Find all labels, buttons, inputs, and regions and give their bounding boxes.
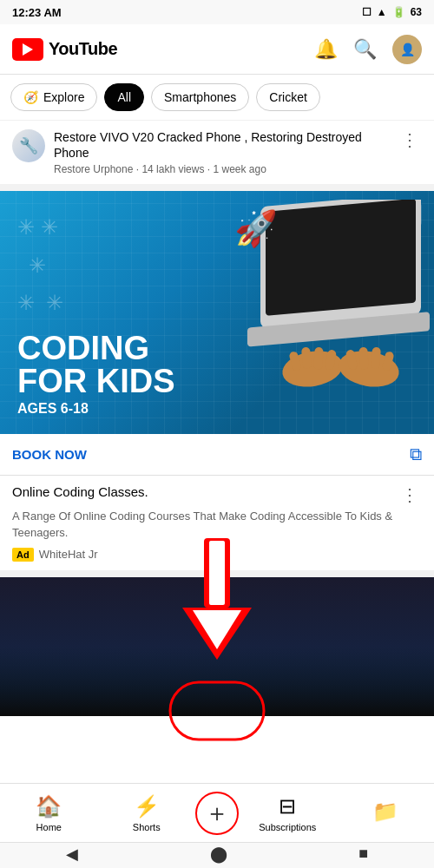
sim-icon: ☐ xyxy=(362,6,372,18)
explore-label: Explore xyxy=(43,90,84,104)
android-nav-bar: ◀ ⬤ ■ xyxy=(0,842,434,868)
svg-rect-1 xyxy=(266,200,416,316)
filter-chip-smartphones[interactable]: Smartphones xyxy=(151,83,249,111)
youtube-logo[interactable]: YouTube xyxy=(12,38,314,61)
nav-item-home[interactable]: 🏠 Home xyxy=(0,789,98,838)
nav-item-library[interactable]: 📁 xyxy=(337,794,435,832)
ad-banner[interactable]: ✳ ✳ ✳ ✳ ✳ W WhiteHat Jr xyxy=(0,191,434,434)
view-count: 14 lakh views xyxy=(141,163,204,175)
next-video-thumbnail[interactable] xyxy=(0,577,434,716)
svg-rect-10 xyxy=(358,347,368,370)
back-button[interactable]: ◀ xyxy=(66,845,78,864)
notification-bell-icon[interactable]: 🔔 xyxy=(314,38,338,61)
video-title[interactable]: Restore VIVO V20 Cracked Phone , Restori… xyxy=(54,129,389,161)
filter-chip-all[interactable]: All xyxy=(104,83,144,111)
header-actions: 🔔 🔍 👤 xyxy=(314,35,422,64)
recents-button[interactable]: ■ xyxy=(358,845,368,863)
subscriptions-label: Subscriptions xyxy=(259,822,316,832)
ad-coding-text: CODING FOR KIDS AGES 6-18 xyxy=(17,332,175,417)
home-button[interactable]: ⬤ xyxy=(210,845,227,864)
shorts-label: Shorts xyxy=(133,822,161,832)
snow-decoration: ✳ ✳ ✳ ✳ ✳ xyxy=(17,208,63,321)
channel-name: Restore Urphone xyxy=(54,163,133,175)
book-now-row: BOOK NOW ⧉ xyxy=(0,434,434,476)
user-avatar[interactable]: 👤 xyxy=(392,35,422,64)
youtube-header: YouTube 🔔 🔍 👤 xyxy=(0,24,434,75)
explore-chip[interactable]: 🧭 Explore xyxy=(10,83,97,111)
youtube-logo-text: YouTube xyxy=(49,39,117,59)
status-icons: ☐ ▲ 🔋 63 xyxy=(362,6,422,18)
upload-time: 1 week ago xyxy=(213,163,266,175)
avatar-image: 👤 xyxy=(400,43,415,56)
book-now-button[interactable]: BOOK NOW xyxy=(12,447,87,462)
filter-chip-cricket[interactable]: Cricket xyxy=(256,83,320,111)
ad-card-title: Online Coding Classes. ⋮ xyxy=(12,484,422,505)
create-button[interactable]: ＋ xyxy=(195,792,239,835)
rocket-decoration: 🚀 xyxy=(234,208,278,249)
subscriptions-icon: ⊟ xyxy=(279,794,296,819)
filter-bar: 🧭 Explore All Smartphones Cricket xyxy=(0,75,434,121)
create-plus-icon: ＋ xyxy=(205,801,229,825)
home-icon: 🏠 xyxy=(36,794,62,819)
video-meta-row: 🔧 Restore VIVO V20 Cracked Phone , Resto… xyxy=(12,129,422,175)
wifi-icon: ▲ xyxy=(377,6,387,18)
ad-title-line1: CODING xyxy=(17,332,175,365)
ad-age-range: AGES 6-18 xyxy=(17,401,175,417)
status-bar: 12:23 AM ☐ ▲ 🔋 63 xyxy=(0,0,434,24)
external-link-icon[interactable]: ⧉ xyxy=(410,444,422,464)
status-time: 12:23 AM xyxy=(12,6,62,19)
home-label: Home xyxy=(36,822,62,832)
battery-level: 63 xyxy=(411,6,422,18)
content-area: 🔧 Restore VIVO V20 Cracked Phone , Resto… xyxy=(0,121,434,810)
ad-title-line2: FOR KIDS xyxy=(17,365,175,398)
ad-badge: Ad xyxy=(12,548,34,562)
all-chip-label: All xyxy=(117,90,131,104)
battery-icon: 🔋 xyxy=(392,6,405,18)
ad-description-text: A Range Of Online Coding Courses That Ma… xyxy=(12,509,422,540)
library-icon: 📁 xyxy=(372,799,398,824)
channel-thumbnail[interactable]: 🔧 xyxy=(12,129,45,162)
cricket-chip-label: Cricket xyxy=(269,90,307,104)
ad-more-options-icon[interactable]: ⋮ xyxy=(398,484,422,505)
video-item: 🔧 Restore VIVO V20 Cracked Phone , Resto… xyxy=(0,121,434,191)
bottom-nav: 🏠 Home ⚡ Shorts ＋ ⊟ Subscriptions 📁 xyxy=(0,783,434,842)
channel-thumb-image: 🔧 xyxy=(12,129,45,162)
ad-title-text: Online Coding Classes. xyxy=(12,484,148,499)
nav-item-subscriptions[interactable]: ⊟ Subscriptions xyxy=(239,789,337,838)
compass-icon: 🧭 xyxy=(23,90,38,104)
video-info: Restore VIVO V20 Cracked Phone , Restori… xyxy=(54,129,389,175)
ad-brand-name: WhiteHat Jr xyxy=(39,548,98,561)
youtube-logo-icon xyxy=(12,38,43,61)
ad-text-content: Online Coding Classes. ⋮ A Range Of Onli… xyxy=(0,476,434,569)
video-subtitle: Restore Urphone · 14 lakh views · 1 week… xyxy=(54,163,389,175)
nav-item-shorts[interactable]: ⚡ Shorts xyxy=(98,789,196,838)
more-options-icon[interactable]: ⋮ xyxy=(398,129,422,150)
search-icon[interactable]: 🔍 xyxy=(353,38,377,61)
svg-rect-7 xyxy=(313,347,323,370)
ad-label-row: Ad WhiteHat Jr xyxy=(12,548,422,562)
crowd-silhouette xyxy=(0,647,434,716)
smartphones-chip-label: Smartphones xyxy=(164,90,236,104)
ad-card: ✳ ✳ ✳ ✳ ✳ W WhiteHat Jr xyxy=(0,191,434,576)
shorts-icon: ⚡ xyxy=(134,794,160,819)
